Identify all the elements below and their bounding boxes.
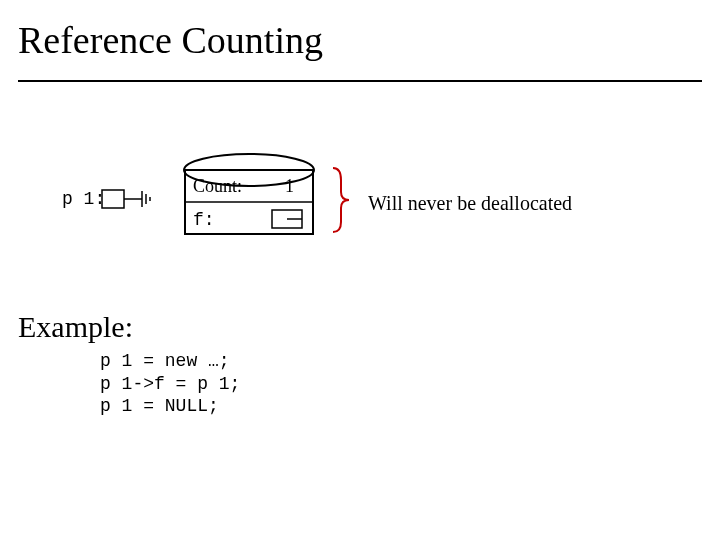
code-block: p 1 = new …; p 1->f = p 1; p 1 = NULL; [100, 350, 240, 418]
diagram: p 1: Count: 1 f: [0, 0, 720, 300]
annotation-text: Will never be deallocated [368, 192, 572, 215]
p1-label: p 1: [62, 189, 105, 209]
f-label: f: [193, 210, 215, 230]
annotation-brace [333, 168, 349, 232]
count-value: 1 [285, 176, 294, 196]
p1-null-symbol [124, 191, 150, 207]
p1-box [102, 190, 124, 208]
example-heading: Example: [18, 310, 133, 344]
